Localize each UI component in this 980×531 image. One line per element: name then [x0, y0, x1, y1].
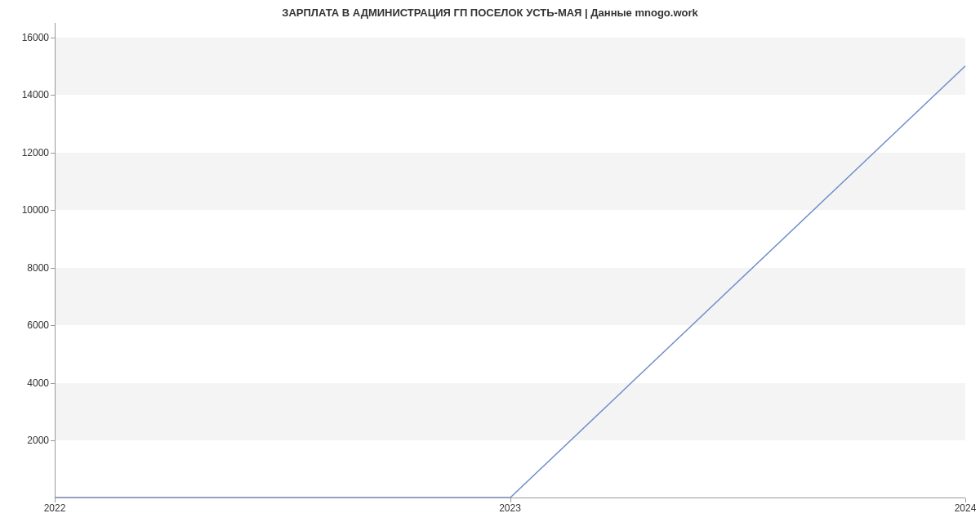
chart-title: ЗАРПЛАТА В АДМИНИСТРАЦИЯ ГП ПОСЕЛОК УСТЬ… — [0, 7, 980, 19]
x-tick-mark — [510, 498, 511, 502]
y-tick-label: 6000 — [8, 319, 49, 331]
y-tick-label: 10000 — [8, 204, 49, 216]
y-tick-label: 2000 — [8, 435, 49, 446]
chart-container: ЗАРПЛАТА В АДМИНИСТРАЦИЯ ГП ПОСЕЛОК УСТЬ… — [0, 0, 980, 531]
line-layer — [56, 23, 965, 498]
plot-area — [55, 23, 965, 498]
y-tick-label: 16000 — [8, 32, 49, 43]
x-tick-mark — [965, 498, 966, 502]
y-tick-label: 8000 — [8, 262, 49, 274]
x-tick-label: 2022 — [44, 502, 66, 514]
x-tick-mark — [55, 498, 56, 502]
y-tick-label: 4000 — [8, 377, 49, 389]
y-tick-label: 14000 — [8, 89, 49, 100]
x-tick-label: 2024 — [955, 502, 977, 514]
series-line — [56, 66, 965, 498]
y-tick-label: 12000 — [8, 147, 49, 158]
x-tick-label: 2023 — [499, 502, 521, 514]
